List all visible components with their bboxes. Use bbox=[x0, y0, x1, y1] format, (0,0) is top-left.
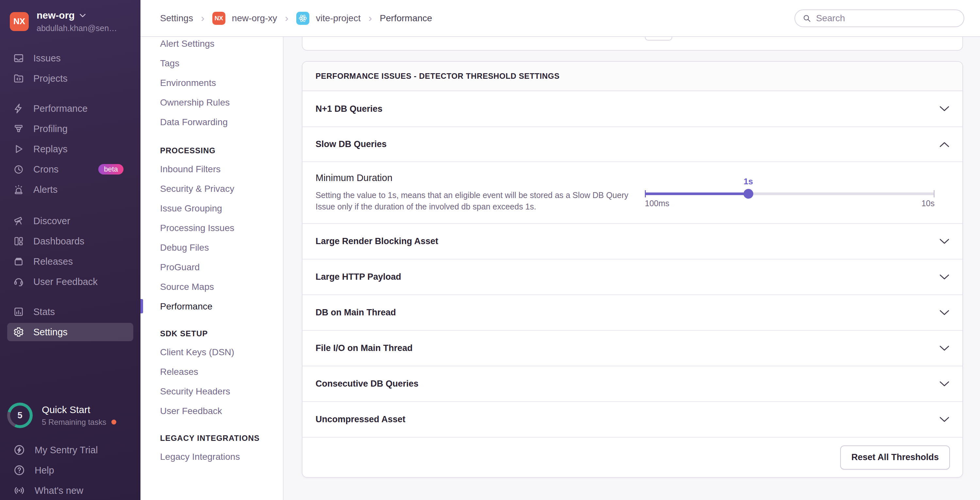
nav-item-debug-files[interactable]: Debug Files bbox=[140, 238, 283, 258]
slider-thumb[interactable] bbox=[743, 189, 753, 199]
breadcrumb: Settings › NX new-org-xy › vite-project … bbox=[160, 12, 432, 25]
nav-item-label: Alert Settings bbox=[160, 38, 215, 49]
nav-item-issue-grouping[interactable]: Issue Grouping bbox=[140, 199, 283, 218]
search-bar[interactable] bbox=[794, 10, 964, 27]
nav-item-security-privacy[interactable]: Security & Privacy bbox=[140, 179, 283, 199]
chevron-down-icon bbox=[940, 417, 949, 422]
breadcrumb-project[interactable]: vite-project bbox=[316, 13, 361, 24]
nav-item-label: Inbound Filters bbox=[160, 164, 221, 175]
nav-item-ownership-rules[interactable]: Ownership Rules bbox=[140, 93, 283, 112]
sidebar-item-performance[interactable]: Performance bbox=[0, 99, 140, 119]
sidebar-item-stats[interactable]: Stats bbox=[0, 302, 140, 322]
sidebar-item-issues[interactable]: Issues bbox=[0, 48, 140, 68]
slider-fill bbox=[645, 193, 748, 195]
sidebar-item-discover[interactable]: Discover bbox=[0, 211, 140, 231]
sidebar-item-whats-new[interactable]: What's new bbox=[0, 480, 140, 500]
slider-value-label: 1s bbox=[743, 177, 753, 186]
sidebar-item-help[interactable]: Help bbox=[0, 460, 140, 480]
sidebar-item-projects[interactable]: Projects bbox=[0, 68, 140, 89]
detector-row-db-on-main-thread[interactable]: DB on Main Thread bbox=[302, 295, 963, 331]
nav-item-label: Data Forwarding bbox=[160, 117, 228, 127]
detector-setting-description: Setting the value to 1s, means that an e… bbox=[315, 189, 636, 212]
sidebar-item-profiling[interactable]: Profiling bbox=[0, 119, 140, 139]
nav-item-user-feedback[interactable]: User Feedback bbox=[140, 401, 283, 421]
sidebar-item-crons[interactable]: Crons beta bbox=[0, 159, 140, 179]
row-label: Uncompressed Asset bbox=[315, 414, 406, 425]
slider-max-label: 10s bbox=[921, 199, 935, 208]
detector-row-uncompressed-asset[interactable]: Uncompressed Asset bbox=[302, 402, 963, 438]
sidebar-item-alerts[interactable]: Alerts bbox=[0, 179, 140, 200]
nav-item-releases[interactable]: Releases bbox=[140, 362, 283, 382]
box-icon bbox=[13, 256, 24, 267]
sidebar-item-label: Dashboards bbox=[33, 236, 84, 247]
nav-item-alert-settings[interactable]: Alert Settings bbox=[140, 34, 283, 54]
quick-start[interactable]: 5 Quick Start 5 Remaining tasks bbox=[7, 403, 116, 428]
folder-code-icon bbox=[13, 73, 24, 84]
nav-item-label: Processing Issues bbox=[160, 223, 234, 233]
detector-row-large-http-payload[interactable]: Large HTTP Payload bbox=[302, 260, 963, 295]
progress-count: 5 bbox=[10, 406, 30, 425]
nav-item-label: Debug Files bbox=[160, 242, 209, 253]
nav-item-client-keys[interactable]: Client Keys (DSN) bbox=[140, 342, 283, 362]
chevron-down-icon bbox=[940, 239, 949, 244]
sidebar-item-label: Stats bbox=[33, 307, 55, 317]
search-input[interactable] bbox=[816, 13, 956, 24]
nav-item-security-headers[interactable]: Security Headers bbox=[140, 382, 283, 401]
active-nav-indicator bbox=[140, 299, 143, 314]
chevron-down-icon bbox=[940, 346, 949, 351]
quick-start-subtitle: 5 Remaining tasks bbox=[42, 418, 106, 427]
chevron-down-icon bbox=[940, 381, 949, 387]
breadcrumb-settings[interactable]: Settings bbox=[160, 13, 193, 24]
sidebar-item-user-feedback[interactable]: User Feedback bbox=[0, 272, 140, 292]
detector-row-file-io-on-main-thread[interactable]: File I/O on Main Thread bbox=[302, 331, 963, 366]
sidebar-item-settings[interactable]: Settings bbox=[7, 323, 133, 341]
sidebar-item-label: Alerts bbox=[33, 184, 57, 195]
slow-db-queries-settings: Minimum Duration Setting the value to 1s… bbox=[302, 162, 963, 224]
org-switcher[interactable]: NX new-org abdullah.khan@sen… bbox=[0, 0, 140, 33]
sidebar-item-releases[interactable]: Releases bbox=[0, 251, 140, 272]
settings-nav: Alert Settings Tags Environments Ownersh… bbox=[140, 0, 283, 500]
sidebar-item-label: Releases bbox=[33, 256, 73, 267]
nav-item-inbound-filters[interactable]: Inbound Filters bbox=[140, 159, 283, 179]
nav-item-data-forwarding[interactable]: Data Forwarding bbox=[140, 112, 283, 132]
bar-chart-icon bbox=[13, 306, 24, 317]
nav-item-tags[interactable]: Tags bbox=[140, 54, 283, 73]
breadcrumb-separator: › bbox=[367, 12, 373, 24]
panel-title: PERFORMANCE ISSUES - DETECTOR THRESHOLD … bbox=[302, 62, 963, 91]
panel-footer: Reset All Thresholds bbox=[302, 438, 963, 477]
detector-row-n1-db-queries[interactable]: N+1 DB Queries bbox=[302, 91, 963, 127]
sidebar-item-label: Profiling bbox=[33, 124, 68, 134]
detector-row-slow-db-queries[interactable]: Slow DB Queries bbox=[302, 127, 963, 162]
chevron-down-icon bbox=[80, 13, 86, 18]
nav-section-legacy-integrations: LEGACY INTEGRATIONS bbox=[140, 429, 283, 447]
breadcrumb-org[interactable]: new-org-xy bbox=[232, 13, 277, 24]
nav-item-performance[interactable]: Performance bbox=[140, 297, 283, 316]
duration-slider[interactable]: 1s 100ms 10s bbox=[645, 162, 935, 224]
notification-dot bbox=[111, 420, 116, 425]
detector-row-large-render-blocking-asset[interactable]: Large Render Blocking Asset bbox=[302, 224, 963, 260]
slider-min-tick bbox=[645, 190, 646, 197]
sidebar-item-my-sentry-trial[interactable]: My Sentry Trial bbox=[0, 440, 140, 460]
nav-item-label: Legacy Integrations bbox=[160, 452, 240, 462]
sidebar-item-label: Settings bbox=[33, 327, 68, 338]
lightning-icon bbox=[13, 103, 24, 114]
sidebar-item-label: Performance bbox=[33, 103, 88, 114]
nav-item-environments[interactable]: Environments bbox=[140, 73, 283, 93]
reset-all-thresholds-button[interactable]: Reset All Thresholds bbox=[840, 446, 950, 470]
chevron-down-icon bbox=[940, 310, 949, 316]
row-label: Large HTTP Payload bbox=[315, 272, 401, 282]
sidebar-item-dashboards[interactable]: Dashboards bbox=[0, 231, 140, 251]
detector-row-consecutive-db-queries[interactable]: Consecutive DB Queries bbox=[302, 366, 963, 402]
nav-item-proguard[interactable]: ProGuard bbox=[140, 258, 283, 277]
telescope-icon bbox=[13, 215, 24, 226]
siren-icon bbox=[13, 184, 24, 195]
row-label: Slow DB Queries bbox=[315, 139, 387, 149]
nav-item-label: User Feedback bbox=[160, 406, 222, 416]
sidebar-item-replays[interactable]: Replays bbox=[0, 139, 140, 159]
nav-item-label: Tags bbox=[160, 58, 179, 68]
org-email: abdullah.khan@sen… bbox=[37, 24, 117, 33]
nav-item-source-maps[interactable]: Source Maps bbox=[140, 277, 283, 297]
nav-item-processing-issues[interactable]: Processing Issues bbox=[140, 218, 283, 238]
nav-item-legacy-integrations[interactable]: Legacy Integrations bbox=[140, 447, 283, 467]
breadcrumb-separator: › bbox=[200, 12, 206, 24]
